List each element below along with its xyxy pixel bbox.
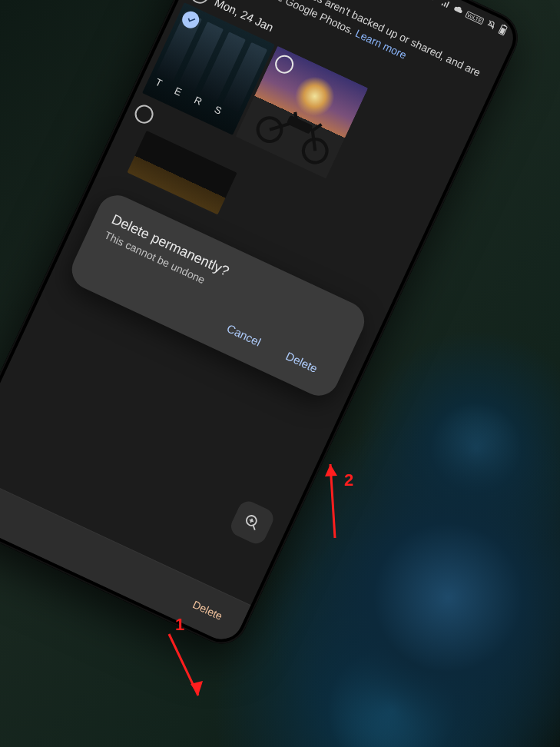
search-fab[interactable] (227, 498, 277, 547)
select-ring[interactable] (272, 51, 297, 76)
wifi-icon (426, 0, 440, 5)
svg-point-5 (254, 114, 286, 145)
volte-badge: VoLTE (465, 10, 485, 25)
signal-icon (439, 0, 452, 12)
magnify-plus-icon (241, 511, 263, 533)
delete-button[interactable]: Delete (191, 598, 224, 622)
mute-icon (484, 18, 498, 32)
battery-icon (496, 23, 509, 38)
svg-rect-7 (287, 115, 313, 134)
select-all-ring-2[interactable] (132, 101, 157, 126)
cloud-icon (451, 2, 465, 17)
delete-confirm-button[interactable]: Delete (280, 344, 325, 380)
cancel-button[interactable]: Cancel (220, 316, 268, 354)
delete-confirm-dialog: Delete permanently? This cannot be undon… (65, 188, 371, 402)
